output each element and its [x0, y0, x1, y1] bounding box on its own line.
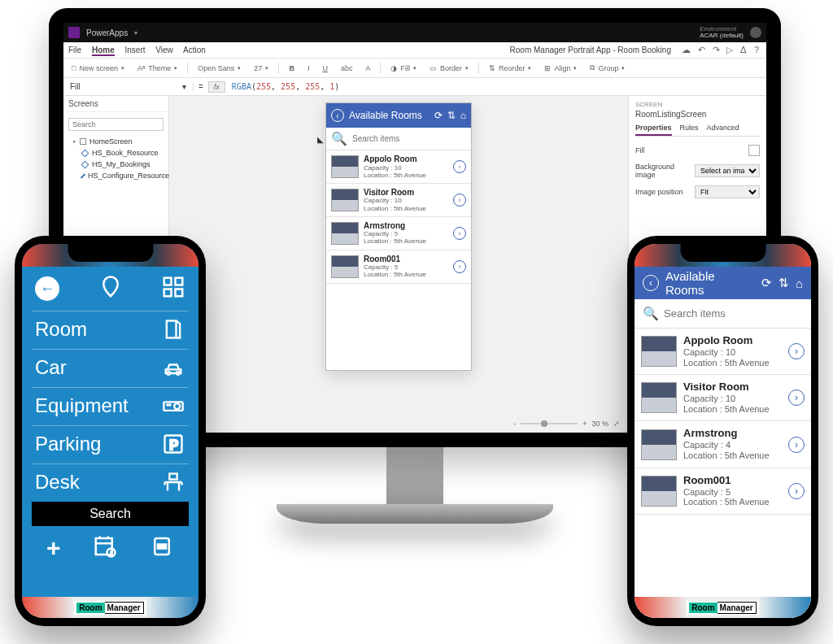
room-row[interactable]: Room001Capacity : 5Location : 5th Avenue… [326, 250, 471, 284]
font-color-button[interactable]: A [362, 63, 373, 74]
underline-button[interactable]: U [319, 63, 331, 74]
fill-swatch[interactable] [748, 145, 760, 156]
back-icon[interactable]: ‹ [643, 275, 659, 291]
tab-view[interactable]: View [155, 46, 173, 54]
fill-button[interactable]: ◑ Fill ▾ [387, 63, 420, 74]
chevron-right-icon[interactable]: › [453, 227, 466, 240]
screens-search[interactable] [68, 118, 164, 131]
rooms-title: Available Rooms [349, 110, 430, 121]
tree-home[interactable]: ▸HomeScreen [67, 136, 165, 147]
redo-icon[interactable]: ↷ [713, 45, 720, 54]
bg-image-select[interactable]: Select an image... [695, 164, 760, 177]
calendar-icon[interactable] [93, 534, 117, 562]
font-size[interactable]: 27 ▾ [251, 63, 272, 74]
room-row[interactable]: ArmstrongCapacity : 5Location : 5th Aven… [326, 217, 471, 250]
sort-icon[interactable]: ⇅ [778, 276, 789, 290]
avatar[interactable] [750, 27, 761, 38]
room-thumb [331, 255, 359, 278]
cat-equipment[interactable]: Equipment [22, 389, 198, 422]
refresh-icon[interactable]: ⟳ [761, 276, 772, 290]
canvas[interactable]: ◣ ‹ Available Rooms ⟳ ⇅ ⌂ 🔍 [169, 96, 628, 433]
chevron-down-icon[interactable]: ▾ [134, 29, 137, 37]
grid-icon[interactable] [161, 275, 185, 302]
tree-item[interactable]: HS_Configure_Resource [67, 170, 165, 181]
property-selector[interactable]: Fill ▾ [63, 82, 194, 91]
svg-rect-4 [176, 289, 183, 297]
back-icon[interactable]: ‹ [331, 109, 344, 122]
cat-room[interactable]: Room [22, 313, 198, 346]
refresh-icon[interactable]: ⟳ [434, 110, 443, 121]
tab-home[interactable]: Home [92, 46, 115, 56]
reorder-button[interactable]: ⇅ Reorder ▾ [486, 63, 535, 74]
align-button[interactable]: ⊞ Align ▾ [541, 63, 580, 74]
rooms-search[interactable]: 🔍 [635, 299, 811, 329]
italic-button[interactable]: I [304, 63, 313, 74]
cat-parking[interactable]: ParkingP [22, 428, 198, 460]
rooms-search-input[interactable] [352, 134, 466, 143]
room-row[interactable]: Visitor RoomCapacity : 10Location : 5th … [326, 184, 471, 217]
fx-icon[interactable]: fx [208, 81, 225, 93]
tree-item[interactable]: HS_Book_Resource [67, 147, 165, 159]
cat-car[interactable]: Car [22, 351, 198, 384]
fit-icon[interactable]: ⤢ [613, 420, 620, 428]
environment-picker[interactable]: Environment ACAR (default) [700, 26, 744, 39]
share-icon[interactable]: ᐃ [740, 45, 747, 54]
tree-item[interactable]: HS_My_Bookings [67, 159, 165, 170]
room-info: ArmstrongCapacity : 5Location : 5th Aven… [364, 221, 448, 246]
rooms-card[interactable]: ‹ Available Rooms ⟳ ⇅ ⌂ 🔍 Appolo RoomCap… [325, 102, 472, 371]
border-button[interactable]: ▭ Border ▾ [426, 63, 472, 74]
chevron-right-icon[interactable]: › [453, 160, 466, 173]
chevron-right-icon[interactable]: › [453, 194, 466, 207]
tab-advanced[interactable]: Advanced [707, 124, 739, 136]
room-thumb [331, 155, 359, 178]
back-button[interactable]: ← [35, 276, 59, 301]
svg-rect-1 [164, 278, 172, 285]
cat-desk[interactable]: Desk [22, 466, 198, 498]
chevron-right-icon[interactable]: › [453, 260, 466, 273]
room-row[interactable]: Visitor RoomCapacity : 10Location : 5th … [635, 375, 811, 421]
room-row[interactable]: ArmstrongCapacity : 4Location : 5th Aven… [635, 421, 811, 468]
tab-action[interactable]: Action [183, 46, 206, 54]
room-info: Visitor RoomCapacity : 10Location : 5th … [683, 381, 782, 414]
search-button[interactable]: Search [32, 502, 189, 526]
chevron-right-icon[interactable]: › [788, 343, 805, 359]
location-icon[interactable] [98, 275, 123, 302]
tab-properties[interactable]: Properties [635, 124, 672, 136]
barcode-icon[interactable] [150, 534, 174, 562]
rooms-search-input[interactable] [664, 307, 803, 320]
room-thumb [331, 189, 359, 211]
chevron-right-icon[interactable]: › [788, 483, 805, 499]
font-picker[interactable]: Open Sans ▾ [194, 63, 244, 74]
tab-insert[interactable]: Insert [124, 46, 145, 54]
room-row[interactable]: Appolo RoomCapacity : 10Location : 5th A… [635, 329, 811, 375]
tab-rules[interactable]: Rules [680, 124, 699, 136]
home-icon[interactable]: ⌂ [796, 276, 803, 290]
strike-button[interactable]: abc [338, 63, 356, 74]
room-row[interactable]: Appolo RoomCapacity : 10Location : 5th A… [326, 150, 471, 184]
rooms-card[interactable]: ‹ Available Rooms ⟳ ⇅ ⌂ 🔍 Appolo RoomCap… [635, 267, 811, 618]
chevron-right-icon[interactable]: › [788, 437, 805, 453]
zoom-control[interactable]: - + 30 % ⤢ [513, 420, 620, 428]
waffle-icon[interactable] [68, 27, 80, 38]
new-screen-button[interactable]: □ New screen ▾ [68, 63, 128, 74]
zoom-out-icon[interactable]: - [513, 420, 516, 428]
formula-input[interactable]: RGBA(255, 255, 255, 1) [225, 82, 347, 91]
cloud-icon[interactable]: ☁ [682, 45, 691, 54]
room-row[interactable]: Room001Capacity : 5Location : 5th Avenue… [635, 468, 811, 515]
home-icon[interactable]: ⌂ [460, 110, 466, 121]
group-button[interactable]: ⧉ Group ▾ [587, 62, 628, 74]
zoom-in-icon[interactable]: + [582, 420, 587, 428]
screens-tree: ▸HomeScreen HS_Book_Resource HS_My_Booki… [63, 134, 168, 183]
bold-button[interactable]: B [286, 63, 298, 74]
add-icon[interactable]: + [46, 534, 61, 562]
theme-button[interactable]: Aª Theme ▾ [134, 63, 181, 74]
img-pos-select[interactable]: Fit [695, 185, 760, 198]
undo-icon[interactable]: ↶ [698, 45, 705, 54]
help-icon[interactable]: ? [754, 45, 759, 54]
titlebar: PowerApps ▾ Environment ACAR (default) [63, 23, 766, 42]
sort-icon[interactable]: ⇅ [447, 110, 456, 121]
rooms-search[interactable]: 🔍 [326, 128, 471, 150]
play-icon[interactable]: ▷ [726, 45, 733, 54]
tab-file[interactable]: File [68, 46, 81, 54]
chevron-right-icon[interactable]: › [788, 389, 805, 406]
